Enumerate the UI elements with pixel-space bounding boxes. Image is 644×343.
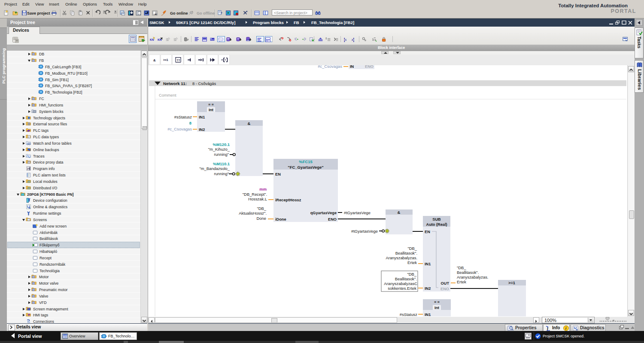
- svg-text:Ertek: Ertek: [407, 260, 417, 265]
- svg-text:KN: KN: [150, 38, 154, 41]
- svg-text:IN2: IN2: [199, 127, 205, 132]
- svg-text:#c_Csovagas: #c_Csovagas: [318, 65, 342, 69]
- svg-text:Network 11:: Network 11:: [163, 81, 187, 86]
- svg-text:Aranyszabalyzas.: Aranyszabalyzas.: [386, 255, 417, 260]
- svg-text:>=1: >=1: [508, 281, 515, 285]
- svg-text:IN1: IN1: [199, 115, 205, 119]
- svg-text:%FC15: %FC15: [299, 159, 312, 164]
- svg-text:&: &: [248, 121, 251, 126]
- svg-text:Comment: Comment: [159, 93, 176, 97]
- svg-text:OUT: OUT: [441, 281, 450, 285]
- svg-text:Int: Int: [209, 108, 213, 112]
- svg-text:Beallitasok".: Beallitasok".: [395, 251, 417, 255]
- svg-text:Beallitasok".: Beallitasok".: [395, 276, 417, 281]
- svg-text:= =: = =: [434, 300, 439, 304]
- svg-text:&: &: [398, 210, 401, 215]
- svg-text:"m_Kihuzo_: "m_Kihuzo_: [208, 147, 230, 152]
- svg-text:8: 8: [189, 121, 191, 125]
- svg-text:¦‹: ¦‹: [344, 37, 347, 42]
- svg-text:>=1: >=1: [163, 58, 168, 61]
- svg-text:8 - Csővágás: 8 - Csővágás: [192, 81, 216, 86]
- svg-text:Ertek: Ertek: [457, 279, 466, 284]
- svg-text:I: I: [326, 37, 327, 40]
- svg-text:qGyartasVege: qGyartasVege: [310, 211, 337, 215]
- svg-text:SUB: SUB: [432, 217, 441, 222]
- svg-text:EN: EN: [275, 172, 281, 176]
- svg-text:Beallitasok".: Beallitasok".: [457, 270, 479, 275]
- svg-text:AranyszabalyzasC: AranyszabalyzasC: [384, 281, 417, 286]
- svg-text:IN1: IN1: [425, 262, 431, 266]
- svg-text:#c_Csovagas: #c_Csovagas: [167, 127, 192, 131]
- svg-text:??: ??: [176, 59, 180, 62]
- svg-text:Aranyszabalyzas.: Aranyszabalyzas.: [457, 275, 488, 279]
- svg-text:ENO: ENO: [440, 287, 449, 291]
- svg-text:"DB_: "DB_: [257, 206, 266, 211]
- svg-text:IN: IN: [350, 65, 354, 69]
- svg-text:IN1: IN1: [425, 313, 431, 317]
- svg-text:Auto (Real): Auto (Real): [426, 222, 447, 227]
- svg-text:Done: Done: [257, 216, 266, 221]
- svg-text:"DB_: "DB_: [457, 265, 466, 270]
- svg-text:RT: RT: [155, 13, 158, 15]
- svg-text:›¦: ›¦: [352, 37, 355, 42]
- svg-text:Int: Int: [434, 306, 439, 310]
- svg-text:sokkentes.Ertek: sokkentes.Ertek: [388, 286, 416, 291]
- svg-text:"DB_: "DB_: [407, 272, 416, 276]
- svg-text:AktualisHossz".: AktualisHossz".: [239, 211, 267, 216]
- svg-text:c: c: [28, 136, 30, 138]
- svg-text:"DB_: "DB_: [407, 246, 417, 251]
- svg-text:IN2: IN2: [425, 286, 431, 291]
- svg-text:#sStatusz: #sStatusz: [174, 115, 192, 119]
- svg-text:%M110.1: %M110.1: [213, 161, 230, 166]
- svg-text:&: &: [153, 58, 156, 62]
- svg-text:iDone: iDone: [275, 217, 286, 222]
- svg-text:"FC_GyartasVege": "FC_GyartasVege": [288, 165, 323, 170]
- svg-text:Hosszak.L: Hosszak.L: [248, 197, 267, 201]
- svg-text:#tGyartasVege: #tGyartasVege: [344, 210, 371, 215]
- svg-text:KN: KN: [246, 39, 250, 42]
- svg-text:"m_Bandazsolo_: "m_Bandazsolo_: [199, 166, 230, 171]
- svg-text:#tGyartasVege: #tGyartasVege: [351, 229, 378, 234]
- svg-text:mm: mm: [259, 187, 267, 191]
- svg-text:= =: = =: [208, 103, 213, 107]
- svg-text:%M120.1: %M120.1: [213, 142, 230, 147]
- svg-text:#sStatusz: #sStatusz: [400, 312, 417, 317]
- svg-text:running": running": [214, 152, 229, 157]
- svg-text:?: ?: [221, 12, 222, 15]
- svg-text:"DB_Recept".: "DB_Recept".: [243, 192, 267, 197]
- svg-text:ENO: ENO: [328, 217, 337, 222]
- svg-text:iReceptHossz: iReceptHossz: [275, 198, 301, 202]
- svg-text:running": running": [214, 171, 229, 176]
- svg-text:EN: EN: [425, 230, 430, 234]
- svg-text:ENO: ENO: [365, 65, 374, 69]
